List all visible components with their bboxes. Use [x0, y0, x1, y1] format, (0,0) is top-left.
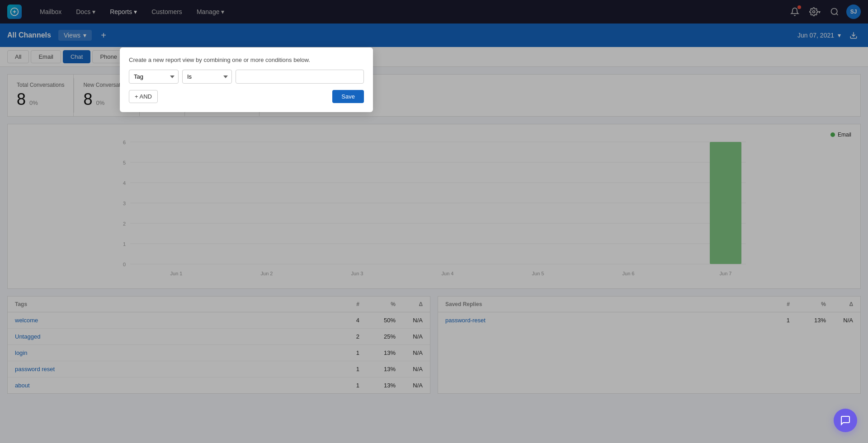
save-button[interactable]: Save — [332, 90, 364, 103]
condition-field-select[interactable]: Tag Assignee Status Label — [129, 70, 179, 84]
condition-value-input[interactable] — [236, 70, 364, 84]
modal-description: Create a new report view by combining on… — [129, 57, 364, 63]
modal-condition-row: Tag Assignee Status Label Is Is not Cont… — [129, 70, 364, 84]
modal-footer: + AND Save — [129, 90, 364, 103]
condition-operator-select[interactable]: Is Is not Contains — [182, 70, 232, 84]
new-report-view-modal: Create a new report view by combining on… — [120, 47, 373, 112]
and-button[interactable]: + AND — [129, 90, 158, 103]
